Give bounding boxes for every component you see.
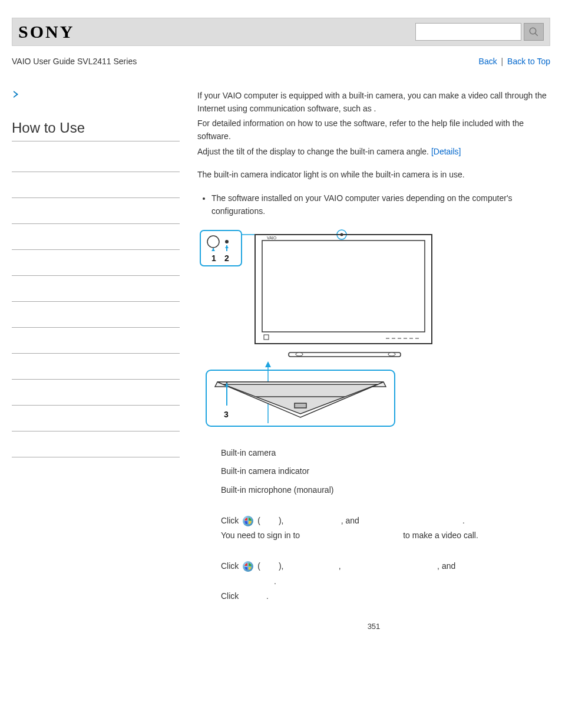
step1-period: . [462, 516, 465, 525]
svg-point-25 [296, 353, 303, 356]
sidebar-item[interactable] [12, 172, 180, 198]
svg-rect-15 [262, 241, 425, 332]
guide-title: VAIO User Guide SVL2411 Series [12, 57, 137, 66]
search-icon [528, 27, 539, 37]
svg-text:2: 2 [224, 253, 229, 263]
intro-text-prefix: If your VAIO computer is equipped with a… [197, 91, 547, 113]
step1-and: , and [341, 516, 362, 525]
step1-line2b: to make a video call. [403, 531, 478, 540]
svg-rect-24 [289, 353, 401, 357]
sidebar-item[interactable] [12, 431, 180, 457]
sidebar-item[interactable] [12, 198, 180, 224]
nav-links: Back | Back to Top [479, 57, 550, 66]
top-bar: Sony [12, 18, 550, 46]
sidebar-item[interactable] [12, 354, 180, 380]
back-link[interactable]: Back [479, 57, 497, 66]
step2-click: Click [221, 561, 241, 571]
step2-and: , and [437, 561, 455, 571]
sidebar-item[interactable] [12, 328, 180, 354]
intro-text-suffix: . [374, 104, 376, 113]
svg-line-1 [535, 33, 538, 36]
sub-header: VAIO User Guide SVL2411 Series Back | Ba… [12, 57, 550, 66]
back-to-top-link[interactable]: Back to Top [507, 57, 550, 66]
sidebar-item[interactable] [12, 146, 180, 172]
note-list: The software installed on your VAIO comp… [197, 192, 550, 218]
svg-text:1: 1 [211, 253, 216, 263]
sidebar-item[interactable] [12, 224, 180, 250]
step2-comma: , [339, 561, 343, 571]
callout-item-1: Built-in camera [221, 447, 550, 460]
page-number: 351 [197, 621, 550, 633]
callout-item-3: Built-in microphone (monaural) [221, 484, 550, 497]
intro-block: If your VAIO computer is equipped with a… [197, 90, 550, 158]
sidebar-item[interactable] [12, 250, 180, 276]
intro-line-3-prefix: Adjust the tilt of the display to change… [197, 147, 431, 156]
step-block-1: Click ( ), , and . You need to s [197, 515, 550, 542]
sidebar-item[interactable] [12, 302, 180, 328]
svg-rect-31 [295, 403, 306, 408]
svg-text:3: 3 [224, 410, 229, 419]
windows-start-icon [243, 561, 253, 572]
svg-rect-17 [264, 335, 269, 340]
svg-marker-28 [265, 361, 271, 367]
step2-paren-close: ), [279, 561, 286, 571]
svg-point-4 [225, 240, 229, 243]
step2-line2-period: . [266, 591, 269, 601]
svg-rect-14 [255, 235, 432, 344]
indicator-note: The built-in camera indicator light is o… [197, 169, 550, 182]
sidebar-section-title: How to Use [12, 120, 180, 141]
search-input[interactable] [415, 23, 521, 41]
sidebar-item[interactable] [12, 380, 180, 406]
sidebar-nav-list [12, 146, 180, 457]
sidebar: How to Use [12, 90, 180, 633]
svg-point-26 [388, 353, 395, 356]
sidebar-item[interactable] [12, 406, 180, 431]
step1-click: Click [221, 516, 241, 525]
sidebar-item[interactable] [12, 276, 180, 302]
search-box [415, 23, 544, 41]
details-link[interactable]: [Details] [431, 147, 461, 156]
intro-line-2: For detailed information on how to use t… [197, 117, 550, 143]
chevron-right-icon [12, 90, 21, 101]
camera-diagram: 1 2 VAIO [197, 229, 550, 435]
step1-line2a: You need to sign in to [221, 531, 302, 540]
svg-text:VAIO: VAIO [267, 236, 277, 240]
step2-line2-click: Click [221, 591, 241, 601]
search-button[interactable] [524, 23, 544, 41]
main-content: If your VAIO computer is equipped with a… [180, 90, 550, 633]
callout-item-2: Built-in camera indicator [221, 465, 550, 478]
svg-rect-2 [200, 230, 242, 266]
step-block-2: Click ( ), , , and . [197, 560, 550, 603]
step2-period: . [274, 577, 276, 586]
sony-logo: Sony [18, 22, 74, 42]
svg-marker-6 [211, 248, 215, 251]
svg-point-3 [207, 236, 219, 248]
svg-point-0 [530, 28, 536, 34]
step1-paren-close: ), [279, 516, 286, 525]
link-separator: | [501, 57, 504, 66]
svg-marker-8 [225, 245, 229, 248]
windows-start-icon [243, 516, 253, 526]
step2-paren-open: ( [257, 561, 260, 571]
step1-paren-open: ( [257, 516, 260, 525]
note-item: The software installed on your VAIO comp… [211, 192, 550, 218]
callout-list: Built-in camera Built-in camera indicato… [197, 447, 550, 497]
